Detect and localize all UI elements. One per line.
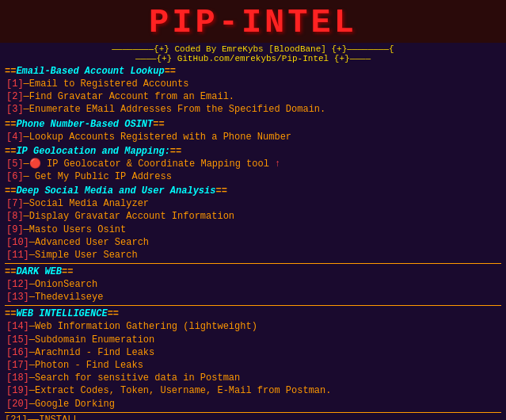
section-phone-header: ==Phone Number-Based OSINT== — [5, 119, 501, 130]
menu-item-18[interactable]: [18]—Search for sensitive data in Postma… — [5, 372, 501, 384]
menu-item-8[interactable]: [8]—Display Gravatar Account Information — [5, 210, 501, 223]
section-geo: ==IP Geolocation and Mapping:== [5]—🔴 IP… — [5, 146, 501, 183]
menu-item-15[interactable]: [15]—Subdomain Enumeration — [5, 334, 501, 346]
section-geo-header: ==IP Geolocation and Mapping:== — [5, 146, 501, 157]
menu-item-6[interactable]: [6]— Get My Public IP Address — [5, 170, 501, 183]
menu-item-10[interactable]: [10]—Advanced User Search — [5, 236, 501, 249]
section-email: ==Email-Based Account Lookup== [1]—Email… — [5, 66, 501, 116]
credit-line-2: ————{+} GitHub.com/emrekybs/Pip-Intel {+… — [5, 54, 501, 63]
app-title: PIP-INTEL — [0, 6, 506, 40]
menu-item-7[interactable]: [7]—Social Media Analyzer — [5, 197, 501, 210]
menu-item-12[interactable]: [12]—OnionSearch — [5, 278, 501, 291]
menu-item-14[interactable]: [14]—Web Information Gathering (lightwei… — [5, 320, 501, 333]
section-darkweb-header: ==DARK WEB== — [5, 266, 501, 277]
menu-item-2[interactable]: [2]—Find Gravatar Account from an Email. — [5, 90, 501, 103]
title-bar: PIP-INTEL — [0, 0, 506, 43]
menu-item-4[interactable]: [4]—Lookup Accounts Registered with a Ph… — [5, 131, 501, 143]
section-webintel: ==WEB INTELLIGENCE== [14]—Web Informatio… — [5, 308, 501, 410]
section-email-header: ==Email-Based Account Lookup== — [5, 66, 501, 77]
install-item[interactable]: [21]——INSTALL — [5, 414, 501, 420]
section-darkweb: ==DARK WEB== [12]—OnionSearch [13]—Thede… — [5, 266, 501, 304]
app: PIP-INTEL ————————{+} Coded By EmreKybs … — [0, 0, 506, 420]
divider-1 — [5, 263, 501, 264]
menu-item-3[interactable]: [3]—Enumerate EMail Addresses From the S… — [5, 103, 501, 116]
menu-item-13[interactable]: [13]—Thedevilseye — [5, 291, 501, 304]
menu-item-19[interactable]: [19]—Extract Codes, Token, Username, E-M… — [5, 384, 501, 397]
credit-line-1: ————————{+} Coded By EmreKybs [BloodBane… — [5, 44, 501, 54]
menu-item-5[interactable]: [5]—🔴 IP Geolocator & Coordinate Mapping… — [5, 158, 501, 170]
menu-item-20[interactable]: [20]—Google Dorking — [5, 398, 501, 410]
section-social: ==Deep Social Media and User Analysis== … — [5, 185, 501, 262]
bottom-divider — [5, 412, 501, 413]
divider-2 — [5, 305, 501, 306]
section-webintel-header: ==WEB INTELLIGENCE== — [5, 308, 501, 319]
menu-item-9[interactable]: [9]—Masto Users Osint — [5, 223, 501, 236]
section-social-header: ==Deep Social Media and User Analysis== — [5, 185, 501, 197]
menu-item-1[interactable]: [1]—Email to Registered Accounts — [5, 78, 501, 90]
menu-item-11[interactable]: [11]—Simple User Search — [5, 249, 501, 262]
menu-item-16[interactable]: [16]—Arachnid - Find Leaks — [5, 346, 501, 359]
section-phone: ==Phone Number-Based OSINT== [4]—Lookup … — [5, 119, 501, 143]
main-content: ————————{+} Coded By EmreKybs [BloodBane… — [0, 43, 506, 420]
menu-item-17[interactable]: [17]—Photon - Find Leaks — [5, 359, 501, 372]
